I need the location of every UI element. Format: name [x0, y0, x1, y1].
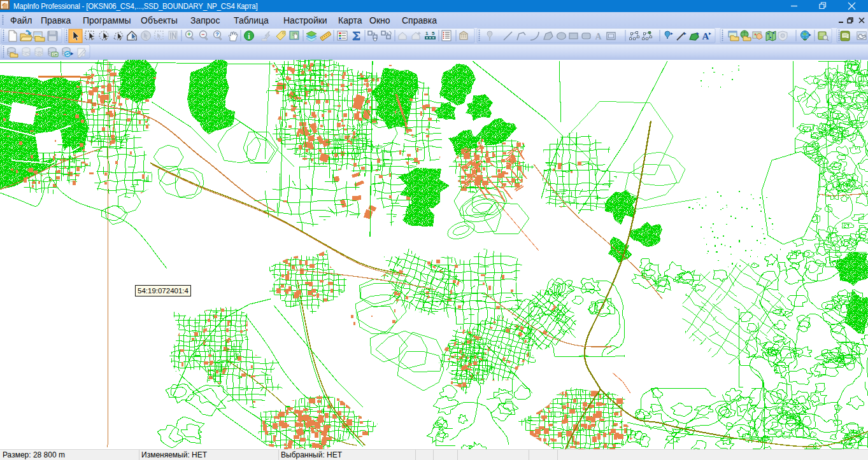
- svg-text:C#: C#: [53, 53, 57, 57]
- svg-text:A: A: [595, 32, 602, 41]
- svg-text:1: 1: [425, 31, 429, 36]
- svg-text:+: +: [187, 31, 190, 38]
- svg-text:?: ?: [215, 31, 219, 38]
- svg-text:5: 5: [432, 31, 435, 36]
- svg-text:−: −: [201, 31, 204, 38]
- svg-text:A: A: [702, 31, 709, 41]
